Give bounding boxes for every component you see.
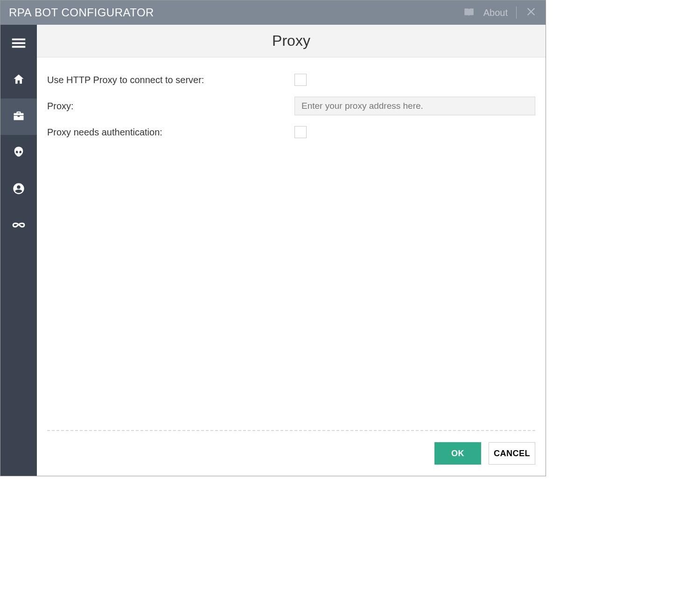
cancel-button[interactable]: CANCEL: [489, 442, 535, 465]
hamburger-icon: [10, 34, 28, 54]
alien-icon: [12, 146, 25, 161]
infinity-icon: [12, 218, 26, 234]
titlebar-actions: About: [463, 6, 537, 20]
app-window: RPA BOT CONFIGURATOR About: [0, 0, 546, 476]
book-icon: [463, 7, 475, 19]
label-proxy-auth: Proxy needs authentication:: [47, 127, 294, 138]
row-use-http-proxy: Use HTTP Proxy to connect to server:: [47, 70, 535, 90]
checkbox-use-http-proxy[interactable]: [294, 74, 307, 86]
sidebar-item-briefcase[interactable]: [0, 99, 37, 135]
main-panel: Proxy Use HTTP Proxy to connect to serve…: [37, 25, 546, 476]
sidebar: [0, 25, 37, 476]
titlebar-separator: [516, 7, 517, 19]
sidebar-item-alien[interactable]: [0, 135, 37, 171]
account-circle-icon: [12, 182, 25, 197]
page-title: Proxy: [37, 25, 546, 57]
row-proxy-auth: Proxy needs authentication:: [47, 122, 535, 142]
ok-button[interactable]: OK: [434, 442, 481, 465]
sidebar-item-infinity[interactable]: [0, 208, 37, 244]
footer: OK CANCEL: [37, 431, 546, 476]
checkbox-proxy-auth[interactable]: [294, 126, 307, 138]
sidebar-item-home[interactable]: [0, 62, 37, 99]
close-icon[interactable]: [525, 6, 537, 20]
titlebar: RPA BOT CONFIGURATOR About: [0, 0, 546, 25]
input-proxy[interactable]: [294, 97, 535, 115]
about-link[interactable]: About: [483, 7, 508, 18]
sidebar-item-menu[interactable]: [0, 26, 37, 62]
row-proxy: Proxy:: [47, 96, 535, 116]
app-title: RPA BOT CONFIGURATOR: [9, 6, 154, 19]
briefcase-icon: [12, 109, 25, 124]
sidebar-item-account[interactable]: [0, 171, 37, 208]
label-use-http-proxy: Use HTTP Proxy to connect to server:: [47, 75, 294, 85]
form-area: Use HTTP Proxy to connect to server: Pro…: [37, 57, 546, 430]
label-proxy: Proxy:: [47, 101, 294, 112]
home-icon: [12, 73, 25, 88]
